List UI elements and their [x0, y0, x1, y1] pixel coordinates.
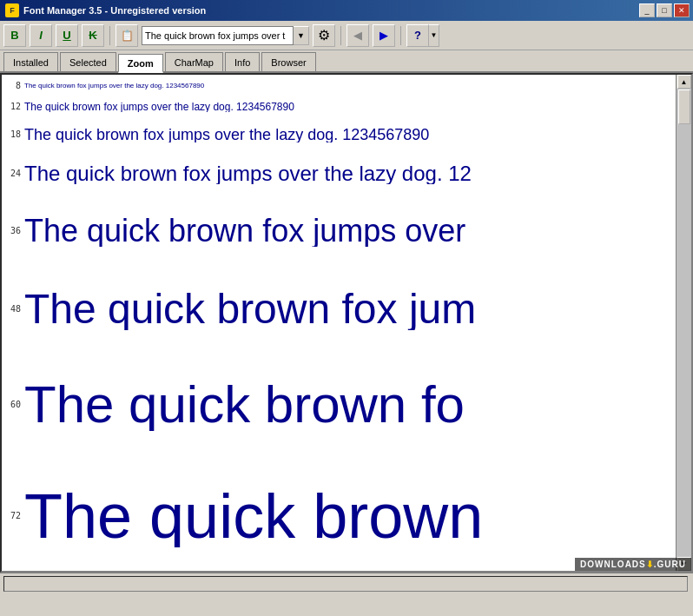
main-content: 8 The quick brown fox jumps over the laz…	[0, 73, 693, 573]
tab-selected[interactable]: Selected	[60, 52, 116, 71]
help-dropdown[interactable]: ▼	[429, 24, 439, 47]
italic-button[interactable]: I	[30, 24, 52, 47]
preview-row-48: 48 The quick brown fox jum	[5, 266, 672, 353]
close-button[interactable]: ✕	[674, 3, 690, 17]
tab-zoom[interactable]: Zoom	[118, 54, 163, 73]
scroll-up-button[interactable]: ▲	[677, 75, 691, 89]
size-label-24: 24	[5, 169, 24, 178]
preview-row-18: 18 The quick brown fox jumps over the la…	[5, 118, 672, 151]
preview-text-36: The quick brown fox jumps over	[24, 215, 465, 247]
title-text: Font Manager 3.5 - Unregistered version	[23, 5, 206, 16]
vertical-scrollbar[interactable]: ▲ ▼	[676, 75, 691, 571]
size-label-12: 12	[5, 103, 24, 111]
app-icon: F	[5, 3, 19, 17]
tab-charmap[interactable]: CharMap	[165, 52, 223, 71]
preview-scroll-area[interactable]: 8 The quick brown fox jumps over the laz…	[2, 75, 676, 571]
preview-text-combo[interactable]: ▼	[142, 26, 309, 45]
size-label-60: 60	[5, 401, 24, 409]
copy-button[interactable]: 📋	[116, 24, 138, 47]
help-combo[interactable]: ? ▼	[406, 24, 439, 47]
preview-row-24: 24 The quick brown fox jumps over the la…	[5, 151, 672, 196]
preview-text-8: The quick brown fox jumps over the lazy …	[24, 83, 204, 89]
scroll-track[interactable]	[676, 89, 691, 557]
underline-button[interactable]: U	[56, 24, 78, 47]
watermark: DOWNLOADS⬇.GURU	[575, 558, 691, 571]
watermark-icon: ⬇	[646, 560, 654, 569]
toolbar-separator	[109, 26, 110, 45]
minimize-button[interactable]: _	[639, 3, 655, 17]
window-controls[interactable]: _ □ ✕	[639, 3, 690, 17]
tabs-bar: Installed Selected Zoom CharMap Info Bro…	[0, 50, 693, 73]
back-button[interactable]: ◀	[346, 24, 369, 47]
size-label-8: 8	[5, 82, 24, 90]
forward-button[interactable]: ▶	[373, 24, 395, 47]
tab-info[interactable]: Info	[225, 52, 260, 71]
size-label-72: 72	[5, 512, 24, 520]
size-label-18: 18	[5, 130, 24, 139]
title-bar: F Font Manager 3.5 - Unregistered versio…	[0, 0, 693, 21]
bold-button[interactable]: B	[3, 24, 26, 47]
preview-row-72: 72 The quick brown	[5, 457, 672, 571]
toolbar-separator-2	[340, 26, 341, 45]
preview-text-48: The quick brown fox jum	[24, 288, 476, 330]
toolbar: B I U K 📋 ▼ ⚙ ◀ ▶ ? ▼	[0, 21, 693, 50]
preview-text-12: The quick brown fox jumps over the lazy …	[24, 102, 294, 112]
preview-text-24: The quick brown fox jumps over the lazy …	[24, 163, 472, 184]
watermark-domain: .GURU	[654, 560, 686, 569]
preview-text-60: The quick brown fo	[24, 379, 465, 431]
preview-row-36: 36 The quick brown fox jumps over	[5, 196, 672, 266]
settings-button[interactable]: ⚙	[313, 24, 335, 47]
tab-browser[interactable]: Browser	[261, 52, 315, 71]
preview-text-dropdown[interactable]: ▼	[294, 26, 309, 45]
help-button[interactable]: ?	[406, 24, 429, 47]
size-label-36: 36	[5, 227, 24, 235]
tab-installed[interactable]: Installed	[3, 52, 58, 71]
preview-text-input[interactable]	[142, 26, 294, 45]
size-label-48: 48	[5, 305, 24, 314]
toolbar-separator-3	[400, 26, 401, 45]
status-field	[3, 576, 688, 592]
maximize-button[interactable]: □	[657, 3, 672, 17]
preview-text-18: The quick brown fox jumps over the lazy …	[24, 127, 429, 142]
status-bar	[0, 573, 693, 593]
preview-row-8: 8 The quick brown fox jumps over the laz…	[5, 76, 672, 96]
preview-text-72: The quick brown	[24, 485, 483, 547]
preview-row-60: 60 The quick brown fo	[5, 353, 672, 457]
scroll-thumb[interactable]	[678, 89, 690, 124]
strikethrough-button[interactable]: K	[82, 24, 104, 47]
watermark-text: DOWNLOADS	[580, 560, 646, 569]
preview-row-12: 12 The quick brown fox jumps over the la…	[5, 96, 672, 118]
